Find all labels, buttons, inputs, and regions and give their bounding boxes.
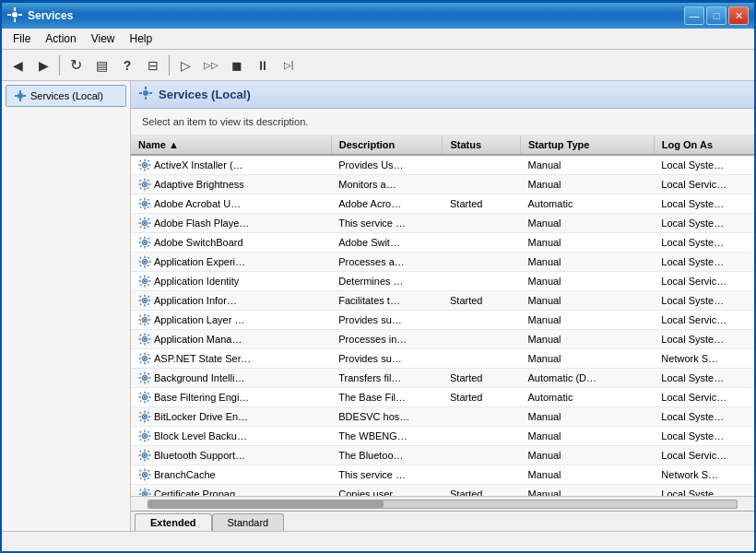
- svg-rect-1: [14, 7, 16, 11]
- table-row[interactable]: Adobe SwitchBoardAdobe Swit…ManualLocal …: [131, 233, 754, 253]
- service-status-cell: [443, 175, 521, 194]
- service-startup-cell: Manual: [520, 407, 654, 427]
- table-row[interactable]: Adobe Acrobat U…Adobe Acro…StartedAutoma…: [131, 194, 754, 214]
- sidebar-item-services-local[interactable]: Services (Local): [6, 85, 126, 107]
- svg-rect-109: [139, 338, 142, 339]
- service-gear-icon: [138, 488, 151, 496]
- title-bar: Services — □ ✕: [2, 3, 754, 29]
- table-row[interactable]: Application Mana…Processes in…ManualLoca…: [131, 330, 754, 349]
- stop-button[interactable]: ◼: [225, 53, 249, 77]
- col-header-description[interactable]: Description: [331, 135, 443, 155]
- col-header-logon[interactable]: Log On As: [654, 135, 754, 155]
- service-status-cell: Started: [443, 194, 521, 214]
- service-status-cell: Started: [443, 485, 521, 497]
- svg-rect-70: [148, 261, 151, 262]
- service-name-cell: Adobe Acrobat U…: [131, 194, 315, 213]
- service-startup-cell: Manual: [520, 214, 654, 233]
- table-row[interactable]: BitLocker Drive En…BDESVC hos…ManualLoca…: [131, 407, 754, 427]
- col-header-status[interactable]: Status: [443, 135, 521, 155]
- maximize-button[interactable]: □: [706, 6, 726, 25]
- service-status-cell: [443, 407, 521, 427]
- menu-bar: File Action View Help: [2, 29, 754, 50]
- menu-help[interactable]: Help: [123, 30, 160, 47]
- horizontal-scrollbar[interactable]: [131, 496, 754, 511]
- resume-button[interactable]: ▷|: [277, 53, 301, 77]
- svg-rect-153: [148, 412, 149, 414]
- menu-file[interactable]: File: [6, 30, 38, 47]
- table-row[interactable]: Application IdentityDetermines …ManualLo…: [131, 272, 754, 291]
- services-header-icon: [138, 86, 153, 100]
- svg-rect-160: [148, 435, 151, 436]
- service-description-cell: The Base Fil…: [331, 388, 443, 407]
- table-row[interactable]: Application Infor…Facilitates t…StartedM…: [131, 291, 754, 311]
- table-row[interactable]: Application Layer …Provides su…ManualLoc…: [131, 311, 754, 330]
- table-row[interactable]: Base Filtering Engi…The Base Fil…Started…: [131, 388, 754, 407]
- service-startup-cell: Manual: [520, 330, 654, 349]
- description-bar: Select an item to view its description.: [131, 109, 754, 135]
- svg-rect-33: [148, 180, 149, 182]
- svg-rect-112: [148, 342, 149, 344]
- svg-rect-102: [148, 323, 149, 324]
- table-row[interactable]: Adaptive BrightnessMonitors a…ManualLoca…: [131, 175, 754, 194]
- svg-rect-93: [148, 296, 149, 298]
- svg-rect-83: [148, 276, 149, 278]
- service-gear-icon: [138, 333, 151, 346]
- table-row[interactable]: Certificate Propag…Copies user …StartedM…: [131, 485, 754, 497]
- table-row[interactable]: Adobe Flash Playe…This service …ManualLo…: [131, 214, 754, 233]
- svg-rect-53: [148, 218, 149, 220]
- service-gear-icon: [138, 410, 151, 423]
- play-button[interactable]: ▷: [173, 53, 197, 77]
- svg-point-46: [144, 222, 146, 224]
- svg-rect-99: [139, 319, 142, 320]
- export-button[interactable]: ⊟: [141, 53, 165, 77]
- svg-rect-108: [144, 343, 145, 346]
- tab-extended[interactable]: Extended: [135, 513, 212, 531]
- menu-view[interactable]: View: [84, 30, 123, 47]
- col-header-name[interactable]: Name ▲: [131, 135, 331, 155]
- play2-button[interactable]: ▷▷: [199, 53, 223, 77]
- refresh-button[interactable]: ↻: [64, 53, 88, 77]
- service-description-cell: Processes a…: [331, 253, 443, 272]
- back-button[interactable]: ◀: [6, 53, 30, 77]
- svg-rect-37: [144, 198, 145, 201]
- svg-rect-39: [139, 203, 142, 204]
- svg-point-10: [143, 90, 148, 96]
- col-header-startup[interactable]: Startup Type: [520, 135, 654, 155]
- svg-rect-157: [144, 430, 145, 433]
- tab-standard[interactable]: Standard: [212, 513, 285, 531]
- app-icon: [7, 7, 22, 25]
- window-title: Services: [28, 9, 73, 22]
- scrollbar-thumb[interactable]: [148, 500, 384, 508]
- table-row[interactable]: BranchCacheThis service …ManualNetwork S…: [131, 465, 754, 485]
- table-row[interactable]: Application Experi…Processes a…ManualLoc…: [131, 253, 754, 272]
- services-table-container[interactable]: Name ▲ Description Status Startup Type L…: [131, 135, 754, 496]
- svg-point-16: [144, 164, 146, 166]
- scrollbar-track[interactable]: [148, 500, 738, 509]
- service-gear-icon: [138, 468, 151, 481]
- pause-button[interactable]: ⏸: [251, 53, 275, 77]
- table-row[interactable]: ASP.NET State Ser…Provides su…ManualNetw…: [131, 349, 754, 369]
- service-name-cell: Application Mana…: [131, 330, 315, 348]
- svg-point-116: [144, 358, 146, 359]
- minimize-button[interactable]: —: [684, 6, 704, 25]
- table-row[interactable]: Block Level Backu…The WBENG…ManualLocal …: [131, 427, 754, 446]
- svg-rect-191: [139, 489, 141, 491]
- table-row[interactable]: ActiveX Installer (…Provides Us…ManualLo…: [131, 155, 754, 175]
- menu-action[interactable]: Action: [38, 30, 83, 47]
- service-description-cell: The WBENG…: [331, 427, 443, 446]
- svg-rect-82: [148, 284, 149, 286]
- service-description-cell: Determines …: [331, 272, 443, 291]
- forward-button[interactable]: ▶: [31, 53, 55, 77]
- svg-rect-169: [139, 454, 142, 455]
- properties-button[interactable]: ▤: [89, 53, 113, 77]
- svg-rect-7: [19, 99, 21, 101]
- svg-rect-63: [148, 238, 149, 240]
- close-button[interactable]: ✕: [728, 6, 749, 25]
- svg-rect-59: [139, 241, 142, 242]
- help-button[interactable]: ?: [115, 53, 139, 77]
- table-row[interactable]: Background Intelli…Transfers fil…Started…: [131, 369, 754, 388]
- table-row[interactable]: Bluetooth Support…The Bluetoo…ManualLoca…: [131, 446, 754, 465]
- service-logon-cell: Network S…: [654, 465, 754, 485]
- service-startup-cell: Automatic: [520, 388, 654, 407]
- svg-point-176: [144, 474, 146, 476]
